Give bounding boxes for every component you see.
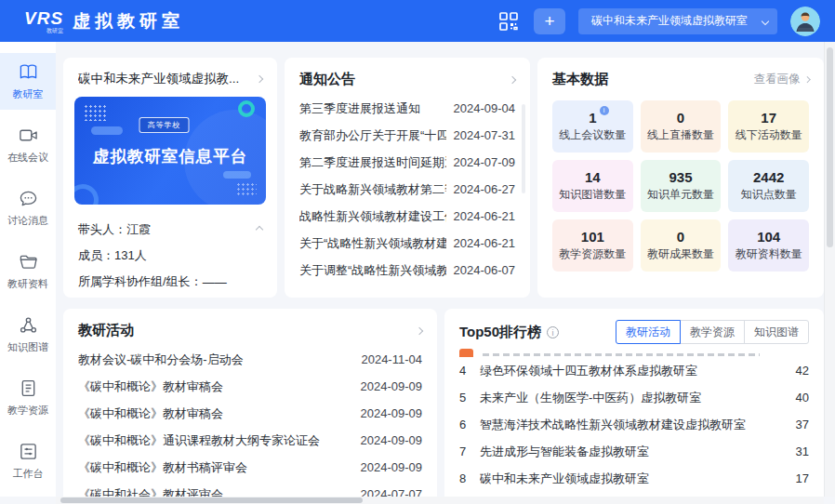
notices-scrollbar[interactable] [522,104,525,193]
sidebar-item-materials[interactable]: 教研资料 [0,243,56,299]
vertical-scrollbar-thumb[interactable] [827,47,833,247]
ranking-row[interactable]: 4 绿色环保领域十四五教材体系虚拟教研室 42 [459,357,809,384]
chevron-down-icon [762,17,769,24]
view-portrait-link[interactable]: 查看画像 [754,72,810,87]
list-item-text: 战略性新兴领域教材建设工作... [299,208,446,225]
list-item[interactable]: 战略性新兴领域教材建设工作... 2024-06-21 [299,203,515,230]
ranking-tab[interactable]: 知识图谱 [744,320,809,344]
sidebar-item-label: 知识图谱 [7,340,48,354]
notices-title: 通知公告 [299,71,355,88]
list-item[interactable]: 教育部办公厅关于开展“十四... 2024-07-31 [299,122,515,149]
list-item-date: 2024-07-09 [454,155,516,169]
list-item-date: 2024-06-07 [454,263,516,277]
sidebar-item-discussion[interactable]: 讨论消息 [0,179,56,236]
activities-list: 教材会议-碳中和分会场-启动会 2024-11-04 《碳中和概论》教材审稿会 … [63,339,437,497]
stat-value: 0 [677,111,684,125]
banner-pill-decor [91,126,123,135]
ranking-row[interactable]: 8 碳中和未来产业领域虚拟教研室 17 [459,465,809,492]
stat-label: 教研成果数量 [647,246,714,262]
list-item[interactable]: 教材会议-碳中和分会场-启动会 2024-11-04 [78,346,422,373]
rank-value: 37 [777,418,809,431]
rank-value: 31 [777,444,809,458]
horizontal-scrollbar[interactable] [56,497,824,504]
sidebar-item-teaching-room[interactable]: 教研室 [0,53,56,110]
stat-value: 2442 [753,170,784,184]
sidebar-item-label: 教研资料 [7,277,48,291]
medal-icon [459,349,473,357]
list-item[interactable]: 《碳中和概论》教材审稿会 2024-09-09 [78,400,422,427]
sidebar-item-label: 工作台 [13,467,44,481]
document-icon [19,378,38,398]
list-item[interactable]: 《碳中和概论》教材审稿会 2024-09-09 [78,373,422,400]
stat-label: 线上会议数量 [559,127,626,143]
ranking-row-clipped[interactable] [459,347,809,357]
chevron-right-icon[interactable] [509,75,516,83]
banner-dots-decor [84,104,108,121]
stat-tile: 101 教学资源数量 [552,219,633,272]
add-button[interactable]: + [534,8,565,34]
stat-tile: 14 知识图谱数量 [552,160,633,212]
chevron-right-icon[interactable] [256,75,263,83]
list-item[interactable]: 关于战略新兴领域教材第二季... 2024-06-27 [299,176,515,203]
ranking-row[interactable]: 6 智慧海洋技术战略性新兴领域教材建设虚拟教研室 37 [459,411,809,438]
sidebar-item-teaching-resources[interactable]: 教学资源 [0,370,56,427]
vertical-scrollbar[interactable] [824,42,835,497]
info-icon[interactable]: i [547,326,559,338]
list-item-date: 2024-09-09 [361,379,423,393]
group-value: —— [203,275,227,289]
stat-value: 1i [589,111,596,125]
list-item-text: 教育部办公厅关于开展“十四... [299,127,446,144]
main-content: 碳中和未来产业领域虚拟教... 高等学校 虚拟教研室信息平台 带头人： 江霞 [56,42,824,497]
banner-ring-decor [238,100,255,117]
list-item[interactable]: 关于调整“战略性新兴领域教... 2024-06-07 [299,257,515,284]
list-item[interactable]: 《碳中和概论》通识课程教材大纲专家论证会 2024-09-09 [78,427,422,454]
collapse-icon[interactable] [256,226,263,233]
sidebar-item-label: 教学资源 [7,404,48,418]
horizontal-scrollbar-thumb[interactable] [60,497,363,503]
list-item[interactable]: 《碳中和概论》教材书稿评审会 2024-09-09 [78,454,422,481]
ranking-row[interactable]: 5 未来产业（生物医学-中医药）虚拟教研室 40 [459,384,809,411]
stat-value: 17 [761,111,776,125]
chat-bubble-icon [19,189,38,208]
stat-tile: 104 教研资料数量 [728,219,809,272]
folder-icon [19,252,38,272]
list-item-date: 2024-07-31 [454,128,516,142]
sidebar-item-online-meeting[interactable]: 在线会议 [0,116,56,173]
book-icon [19,62,38,82]
ranking-tabs: 教研活动教学资源知识图谱 [616,320,809,344]
sidebar-item-label: 讨论消息 [7,214,48,228]
ranking-row[interactable]: 7 先进成形与智能装备虚拟教研室 31 [459,438,809,465]
basic-data-card: 基本数据 查看画像 1i 线上会议数量 0 线上直播数量 17 线下活动数量 1… [537,58,824,298]
ranking-tab[interactable]: 教学资源 [680,320,745,344]
banner-title: 虚拟教研室信息平台 [74,145,266,167]
stat-label: 知识单元数量 [647,187,714,203]
room-members-row: 成员： 131人 [78,243,262,269]
activities-title: 教研活动 [78,322,134,339]
list-item[interactable]: 关于“战略性新兴领域教材建... 2024-06-21 [299,230,515,257]
room-banner[interactable]: 高等学校 虚拟教研室信息平台 [74,97,266,205]
list-item[interactable]: 《碳中和社会》教材评审会 2024-07-07 [78,481,422,497]
list-item[interactable]: 第三季度进展报送通知 2024-09-04 [299,95,515,122]
list-item[interactable]: 第二季度进展报送时间延期通知 2024-07-09 [299,149,515,176]
avatar[interactable] [790,7,820,36]
info-icon[interactable]: i [600,106,609,115]
list-item-text: 第三季度进展报送通知 [299,100,420,117]
room-leader-row: 带头人： 江霞 [78,217,262,243]
sidebar-item-workbench[interactable]: 工作台 [0,433,56,490]
stat-label: 教研资料数量 [736,246,802,262]
stat-value: 0 [677,230,684,244]
stat-label: 教学资源数量 [559,246,626,262]
stat-label: 知识图谱数量 [559,187,626,203]
qr-code-icon[interactable] [497,9,521,33]
rank-number: 5 [459,391,480,405]
chevron-right-icon[interactable] [416,326,423,334]
ranking-tab[interactable]: 教研活动 [616,320,681,344]
workspace-select[interactable]: 碳中和未来产业领域虚拟教研室 [578,8,777,34]
group-label: 所属学科协作组/组长： [78,273,203,290]
logo-mark-subtext: 教研室 [46,28,63,33]
room-card-title[interactable]: 碳中和未来产业领域虚拟教... [78,71,239,87]
rank-number: 4 [459,364,480,378]
room-group-row: 所属学科协作组/组长： —— [78,269,262,295]
rank-number: 6 [459,418,480,431]
sidebar-item-knowledge-graph[interactable]: 知识图谱 [0,307,56,364]
